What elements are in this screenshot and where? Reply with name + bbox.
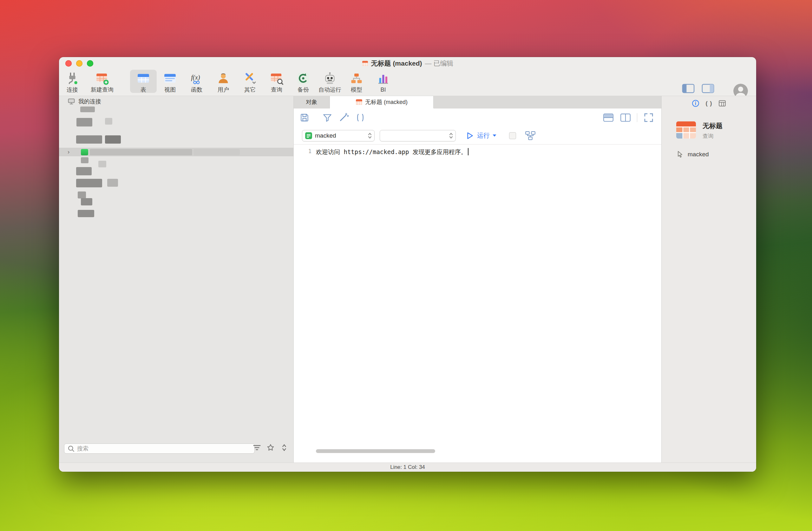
robot-icon: [322, 71, 337, 86]
pointer-icon: [676, 151, 684, 158]
toolbar-button-views[interactable]: 视图: [157, 70, 183, 93]
query-icon: [269, 71, 284, 86]
redacted-item: [76, 179, 102, 187]
save-button[interactable]: [299, 112, 310, 123]
query-editor-pane: 对象 无标题 (macked): [294, 96, 661, 462]
toolbar-button-users[interactable]: 用户: [210, 70, 237, 93]
redacted-item: [90, 149, 192, 155]
editor-line-1: 欢迎访问 https://macked.app 发现更多应用程序。: [316, 148, 467, 155]
run-button[interactable]: 运行: [465, 131, 496, 140]
disclosure-chevron-icon[interactable]: ›: [68, 149, 73, 155]
toolbar-button-others[interactable]: 其它: [237, 70, 263, 93]
explain-plan-button[interactable]: [525, 131, 536, 141]
status-bar: Line: 1 Col: 34: [59, 462, 756, 472]
view-icon: [163, 71, 177, 86]
tab-objects[interactable]: 对象: [294, 96, 330, 108]
info-tab-button[interactable]: [692, 99, 700, 107]
connections-sidebar: 我的连接 ›: [59, 96, 294, 462]
svg-text:f(x): f(x): [191, 74, 200, 81]
connection-select[interactable]: macked: [302, 130, 375, 142]
line-number: 1: [308, 148, 311, 154]
toolbar-button-query[interactable]: 查询: [263, 70, 290, 93]
function-icon: f(x): [189, 71, 204, 86]
fullscreen-button[interactable]: [643, 112, 654, 123]
redacted-item: [76, 118, 92, 127]
chart-icon: [376, 71, 390, 86]
result-grid-tab-button[interactable]: [718, 99, 726, 107]
query-file-icon: [675, 119, 697, 141]
connection-open-indicator: [81, 149, 88, 155]
beautify-wand-button[interactable]: [338, 112, 349, 123]
text-caret: [468, 148, 468, 155]
sidebar-root-label: 我的连接: [78, 98, 101, 105]
model-icon: [349, 71, 364, 86]
window-title: 无标题 (macked) — 已编辑: [59, 57, 756, 70]
filter-button[interactable]: [322, 112, 333, 123]
inspector-panel: ( ): [661, 96, 756, 462]
redacted-item: [107, 179, 118, 187]
sidebar-item-my-connections[interactable]: 我的连接: [67, 97, 101, 106]
inspector-header: 无标题 查询: [675, 119, 756, 141]
connection-group-icon: [67, 97, 75, 106]
toolbar-button-automation[interactable]: 自动运行: [317, 70, 343, 93]
toolbar-button-functions[interactable]: f(x) 函数: [183, 70, 210, 93]
redacted-item: [78, 191, 86, 198]
app-window: 无标题 (macked) — 已编辑 连接 新建查询 表 视图: [59, 57, 756, 472]
backup-icon: [296, 71, 310, 86]
toolbar-button-bi[interactable]: BI: [370, 70, 396, 93]
sidebar-footer-tools: [253, 443, 288, 453]
tools-icon: [243, 71, 257, 86]
stepper-chevrons-icon: [367, 132, 372, 139]
query-run-bar: macked 运行: [294, 127, 661, 145]
editor-toolbar: [294, 108, 661, 127]
editor-text-area[interactable]: 欢迎访问 https://macked.app 发现更多应用程序。: [311, 145, 468, 462]
inspector-connection-row: macked: [676, 151, 756, 158]
sql-editor[interactable]: 1 欢迎访问 https://macked.app 发现更多应用程序。: [294, 145, 661, 462]
main-toolbar: 连接 新建查询 表 视图 f(x) 函数 用户: [59, 70, 756, 96]
connection-file-icon: [305, 132, 313, 139]
cursor-position-status: Line: 1 Col: 34: [390, 464, 425, 470]
split-vertical-button[interactable]: [620, 112, 631, 123]
connection-select-value: macked: [315, 132, 336, 139]
redacted-item: [76, 167, 92, 175]
toolbar-button-connection[interactable]: 连接: [59, 70, 86, 93]
sidebar-selected-row[interactable]: ›: [59, 148, 293, 156]
titlebar: 无标题 (macked) — 已编辑: [59, 57, 756, 70]
horizontal-scrollbar[interactable]: [316, 449, 639, 453]
redacted-item: [193, 149, 240, 155]
query-doc-icon: [362, 60, 368, 67]
scrollbar-thumb[interactable]: [316, 449, 435, 453]
toolbar-button-backup[interactable]: 备份: [290, 70, 317, 93]
redacted-item: [80, 106, 95, 112]
tab-query[interactable]: 无标题 (macked): [330, 96, 434, 108]
stop-checkbox[interactable]: [509, 132, 516, 139]
content-area: 我的连接 ›: [59, 96, 756, 462]
split-horizontal-button[interactable]: [603, 112, 614, 123]
toolbar-button-new-query[interactable]: 新建查询: [86, 70, 119, 93]
sort-filter-button[interactable]: [253, 443, 261, 453]
redacted-item: [105, 135, 121, 144]
toolbar-button-tables[interactable]: 表: [130, 70, 157, 93]
code-snippet-button[interactable]: [354, 112, 366, 123]
inspector-tab-icons: ( ): [662, 99, 756, 107]
redacted-item: [78, 210, 94, 217]
window-edited-badge: — 已编辑: [425, 59, 453, 68]
run-dropdown-caret-icon: [493, 134, 496, 137]
redacted-item: [105, 118, 112, 124]
stepper-chevrons-icon: [449, 132, 453, 139]
sidebar-search-field[interactable]: [64, 443, 255, 454]
code-preview-tab-button[interactable]: ( ): [705, 99, 713, 107]
query-doc-icon: [356, 99, 363, 106]
inspector-title: 无标题: [702, 121, 723, 130]
toggle-right-panel-button[interactable]: [701, 84, 714, 94]
play-icon: [465, 131, 474, 140]
collapse-expand-button[interactable]: [280, 443, 288, 453]
toggle-left-panel-button[interactable]: [682, 84, 695, 94]
window-title-text: 无标题 (macked): [371, 59, 422, 68]
favorites-star-button[interactable]: [266, 443, 275, 453]
search-input[interactable]: [77, 445, 251, 452]
redacted-item: [81, 198, 92, 205]
inspector-type: 查询: [702, 133, 723, 140]
database-select[interactable]: [380, 130, 456, 142]
toolbar-button-model[interactable]: 模型: [343, 70, 370, 93]
